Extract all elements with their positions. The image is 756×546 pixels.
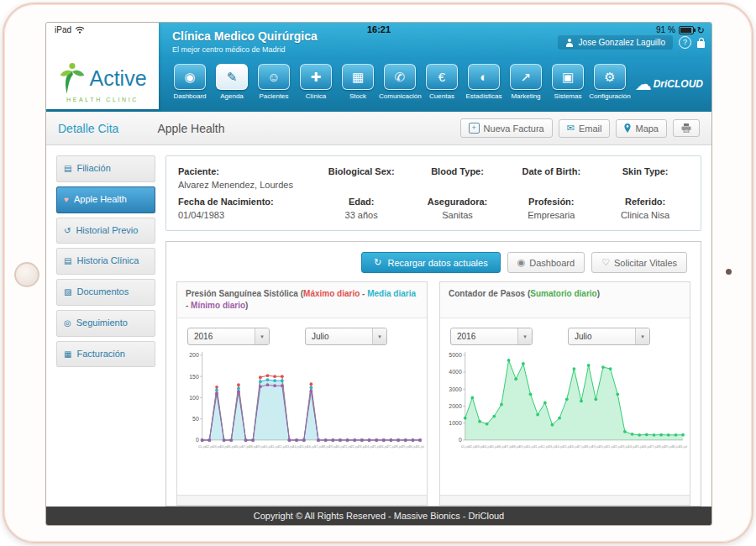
nav-item-label: Agenda	[211, 92, 253, 100]
nav-item-comunicacion[interactable]: ✆Comunicación	[379, 64, 421, 100]
sidebar-item-label: Filiación	[76, 163, 110, 175]
patient-field-label: Referido:	[601, 197, 689, 207]
chart-plot-presion-sanguinea-sistolica: 05010015020001-jul02-jul03-jul04-jul05-j…	[177, 347, 427, 464]
active-logo-figure-icon	[58, 60, 87, 96]
patient-field-value: 01/04/1983	[178, 210, 309, 220]
email-label: Email	[579, 123, 602, 134]
nav-item-stock[interactable]: ▦Stock	[337, 64, 379, 100]
nav-item-sistemas[interactable]: ▣Sistemas	[547, 64, 589, 100]
mapa-button[interactable]: Mapa	[616, 119, 667, 138]
home-button[interactable]	[14, 262, 39, 287]
svg-text:150: 150	[189, 374, 199, 380]
svg-text:100: 100	[189, 395, 199, 401]
apple-health-icon: ♥	[64, 195, 69, 206]
svg-text:200: 200	[189, 352, 199, 358]
sidebar-item-seguimiento[interactable]: ◎Seguimiento	[56, 310, 155, 337]
sidebar-item-label: Documentos	[76, 286, 129, 298]
sidebar-item-filiacion[interactable]: ▤Filiación	[56, 155, 155, 182]
month-select[interactable]: Julio▾	[305, 328, 387, 345]
patient-field-referido: Referido:Clinica Nisa	[601, 197, 689, 220]
nav-item-marketing[interactable]: ↗Marketing	[505, 64, 547, 100]
patient-field-biological-sex: Biological Sex:	[316, 166, 407, 190]
month-select[interactable]: Julio▾	[568, 328, 650, 345]
user-menu[interactable]: Jose Gonzalez Laguillo	[558, 35, 673, 50]
breadcrumb[interactable]: Detalle Cita	[58, 122, 118, 135]
dashboard-icon: ◉	[174, 64, 206, 90]
patient-field-label: Biological Sex:	[316, 166, 407, 176]
nav-item-cuentas[interactable]: €Cuentas	[421, 64, 463, 100]
year-select-value: 2016	[188, 332, 255, 341]
nueva-factura-label: Nueva Factura	[484, 123, 544, 134]
patient-field-paciente: Paciente:Alvarez Menendez, Lourdes	[178, 166, 309, 190]
chart-legend-minimo-diario: Mínimo diario	[191, 301, 245, 310]
charts-actions-row: ↻ Recargar datos actuales ◉ Dashboard ♡ …	[176, 250, 690, 281]
dashboard-button[interactable]: ◉ Dashboard	[507, 252, 585, 273]
patient-field-value	[316, 180, 407, 190]
month-select-value: Julio	[306, 332, 372, 341]
svg-text:4000: 4000	[449, 369, 462, 375]
nav-item-configuracion[interactable]: ⚙Configuración	[589, 64, 631, 100]
year-select[interactable]: 2016▾	[187, 328, 270, 345]
patient-field-date-of-birth: Date of Birth:	[507, 166, 595, 190]
solicitar-vitales-button[interactable]: ♡ Solicitar Vitales	[591, 252, 687, 273]
email-button[interactable]: ✉ Email	[559, 119, 611, 138]
chart-card-presion-sanguinea-sistolica: Presión Sanguínea Sistólica (Máximo diar…	[176, 281, 428, 506]
patient-field-blood-type: Blood Type:	[414, 166, 501, 190]
nav-item-clinica[interactable]: ✚Clínica	[295, 64, 337, 100]
year-select-value: 2016	[451, 332, 517, 341]
month-select-value: Julio	[569, 332, 635, 341]
patient-field-fecha-de-nacimiento: Fecha de Nacimiento:01/04/1983	[178, 197, 309, 220]
year-select[interactable]: 2016▾	[450, 328, 533, 345]
help-button[interactable]: ?	[679, 36, 691, 49]
chart-title-text: Contador de Pasos	[449, 289, 528, 298]
sidebar-item-apple-health[interactable]: ♥Apple Health	[56, 186, 155, 213]
nav-item-estadisticas[interactable]: ◐Estadísticas	[463, 64, 505, 100]
chart-card-cut-section	[440, 495, 690, 505]
toolbar-actions: + Nueva Factura ✉ Email Mapa	[460, 118, 700, 138]
svg-text:5000: 5000	[449, 352, 462, 358]
dricloud-brand: ☁ DriCLOUD	[635, 76, 703, 92]
nav-items: ◉Dashboard✎Agenda☺Pacientes✚Clínica▦Stoc…	[169, 64, 631, 100]
patient-field-label: Blood Type:	[414, 166, 501, 176]
chart-controls: 2016▾Julio▾	[177, 318, 427, 347]
nav-item-label: Stock	[337, 92, 379, 100]
nueva-factura-button[interactable]: + Nueva Factura	[460, 118, 553, 138]
charts-panel: ↻ Recargar datos actuales ◉ Dashboard ♡ …	[165, 241, 701, 507]
nav-item-label: Estadísticas	[463, 92, 505, 100]
copyright-text: Copyright © All Rights Reserved - Massiv…	[254, 511, 504, 521]
chevron-down-icon: ▾	[517, 328, 532, 344]
patient-field-label: Date of Birth:	[507, 166, 595, 176]
chart-title: Presión Sanguínea Sistólica (Máximo diar…	[177, 282, 427, 318]
patient-row-1: Fecha de Nacimiento:01/04/1983Edad:33 añ…	[178, 193, 689, 223]
clinic-logo: Active HEALTH CLINIC	[46, 23, 159, 109]
chevron-down-icon: ▾	[255, 328, 269, 344]
svg-text:1000: 1000	[449, 420, 462, 426]
estadisticas-icon: ◐	[468, 64, 500, 90]
print-button[interactable]	[673, 119, 700, 137]
envelope-icon: ✉	[567, 123, 575, 133]
sidebar-item-label: Historial Previo	[76, 225, 138, 237]
screen: iPad 16:21 91 % ↻ Clínica Medico Quirúrg…	[45, 22, 712, 526]
cuentas-icon: €	[426, 64, 458, 90]
nav-item-dashboard[interactable]: ◉Dashboard	[169, 64, 211, 100]
camera	[726, 269, 732, 275]
patient-field-value: Clinica Nisa	[601, 210, 689, 220]
sidebar-item-historia-clinica[interactable]: ▤Historia Clínica	[56, 248, 155, 275]
sidebar-item-label: Seguimiento	[76, 318, 128, 329]
svg-text:31-jul: 31-jul	[679, 444, 687, 449]
status-time: 16:21	[46, 24, 711, 34]
sidebar-item-label: Apple Health	[74, 194, 127, 206]
lock-icon[interactable]	[697, 41, 705, 48]
nav-item-pacientes[interactable]: ☺Pacientes	[253, 64, 295, 100]
patient-field-label: Skin Type:	[601, 166, 689, 176]
patient-info-panel: Paciente:Alvarez Menendez, LourdesBiolog…	[165, 155, 701, 231]
cloud-icon: ☁	[635, 76, 652, 92]
svg-text:31-jul: 31-jul	[416, 444, 424, 449]
sidebar-item-historial-previo[interactable]: ↺Historial Previo	[56, 218, 155, 244]
patient-field-value	[414, 180, 501, 190]
nav-item-agenda[interactable]: ✎Agenda	[211, 64, 253, 100]
sidebar-item-documentos[interactable]: ▨Documentos	[56, 279, 155, 306]
sidebar-item-facturacion[interactable]: ▦Facturación	[56, 341, 155, 368]
dashboard-icon: ◉	[517, 257, 526, 268]
reload-data-button[interactable]: ↻ Recargar datos actuales	[361, 252, 500, 273]
